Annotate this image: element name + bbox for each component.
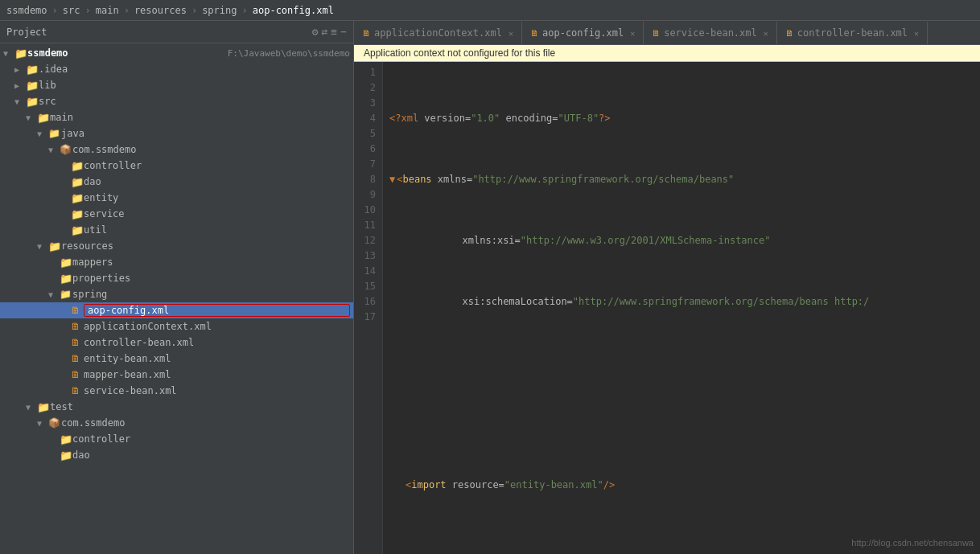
xml-icon: 🗎 xyxy=(362,28,371,39)
tree-aop-config-xml[interactable]: ▶ 🗎 aop-config.xml xyxy=(0,302,353,318)
tab-service-bean[interactable]: 🗎 service-bean.xml ✕ xyxy=(644,22,777,44)
tree-entity[interactable]: ▶ 📁 entity xyxy=(0,190,353,206)
folder-icon: 📁 xyxy=(48,240,61,252)
collapse-icon[interactable]: − xyxy=(340,26,347,38)
tree-lib[interactable]: ▶ 📁 lib xyxy=(0,77,353,93)
tab-label: applicationContext.xml xyxy=(374,27,502,39)
breadcrumb-resources[interactable]: resources xyxy=(134,5,187,16)
breadcrumb-ssmdemo[interactable]: ssmdemo xyxy=(6,5,47,16)
line-numbers: 1 2 3 4 5 6 7 8 9 10 11 12 13 14 15 16 1… xyxy=(354,62,383,554)
tab-label: controller-bean.xml xyxy=(797,27,908,39)
tree-controller-bean-xml[interactable]: ▶ 🗎 controller-bean.xml xyxy=(0,334,353,351)
tree-com-ssmdemo-test[interactable]: ▼ 📦 com.ssmdemo xyxy=(0,415,353,431)
xml-file-icon: 🗎 xyxy=(71,369,84,380)
tab-label: aop-config.xml xyxy=(542,27,624,39)
tree-com-ssmdemo[interactable]: ▼ 📦 com.ssmdemo xyxy=(0,142,353,158)
tree-label: mappers xyxy=(72,256,350,268)
tree-service[interactable]: ▶ 📁 service xyxy=(0,206,353,222)
tabs-bar: 🗎 applicationContext.xml ✕ 🗎 aop-config.… xyxy=(354,21,980,45)
tab-controller-bean[interactable]: 🗎 controller-bean.xml ✕ xyxy=(777,22,928,44)
folder-icon: 📁 xyxy=(60,273,72,285)
tree-idea[interactable]: ▶ 📁 .idea xyxy=(0,61,353,77)
breadcrumb-spring[interactable]: spring xyxy=(202,5,237,16)
close-tab-button[interactable]: ✕ xyxy=(509,29,513,38)
folder-icon: 📁 xyxy=(14,47,27,60)
tree-dao[interactable]: ▶ 📁 dao xyxy=(0,174,353,190)
package-icon: 📦 xyxy=(48,417,61,429)
tree-label: java xyxy=(61,128,350,139)
tab-label: service-bean.xml xyxy=(664,27,757,39)
watermark: http://blog.csdn.net/chensanwa xyxy=(851,538,974,548)
tree-util[interactable]: ▶ 📁 util xyxy=(0,222,353,238)
tree-resources[interactable]: ▼ 📁 resources xyxy=(0,238,353,254)
breadcrumb: ssmdemo › src › main › resources › sprin… xyxy=(0,0,980,21)
tree-label: mapper-bean.xml xyxy=(84,369,350,380)
folder-icon: 📁 xyxy=(71,192,84,204)
tree-properties[interactable]: ▶ 📁 properties xyxy=(0,270,353,286)
tree-label: util xyxy=(84,224,350,236)
tab-applicationcontext[interactable]: 🗎 applicationContext.xml ✕ xyxy=(354,22,522,44)
tree-label: applicationContext.xml xyxy=(84,321,350,332)
package-icon: 📦 xyxy=(60,144,72,155)
folder-icon: 📁 xyxy=(37,112,50,124)
tree-label: entity xyxy=(84,192,350,203)
xml-file-icon: 🗎 xyxy=(71,305,84,316)
arrow-icon: ▼ xyxy=(37,419,48,428)
sync-icon[interactable]: ⇄ xyxy=(322,26,328,38)
tree-dao-test[interactable]: ▶ 📁 dao xyxy=(0,447,353,463)
tree-label: controller xyxy=(72,433,350,445)
project-panel: Project ⚙ ⇄ ≡ − ▼ 📁 ssmdemo F:\Javaweb\d… xyxy=(0,21,354,554)
code-line-7: <import resource="entity-bean.xml"/> xyxy=(389,478,974,493)
tree-label: service-bean.xml xyxy=(84,385,350,396)
arrow-icon: ▼ xyxy=(3,49,14,58)
tree-ssmdemo-root[interactable]: ▼ 📁 ssmdemo F:\Javaweb\demo\ssmdemo xyxy=(0,45,353,61)
code-line-5 xyxy=(389,355,974,371)
tree-java[interactable]: ▼ 📁 java xyxy=(0,125,353,142)
project-tree: ▼ 📁 ssmdemo F:\Javaweb\demo\ssmdemo ▶ 📁 … xyxy=(0,43,353,554)
tree-service-bean-xml[interactable]: ▶ 🗎 service-bean.xml xyxy=(0,383,353,399)
arrow-icon: ▼ xyxy=(48,290,60,299)
tree-label: ssmdemo xyxy=(27,47,223,59)
tree-entity-bean-xml[interactable]: ▶ 🗎 entity-bean.xml xyxy=(0,351,353,367)
tree-src[interactable]: ▼ 📁 src xyxy=(0,93,353,109)
xml-file-icon: 🗎 xyxy=(71,337,84,348)
code-content[interactable]: <?xml version="1.0" encoding="UTF-8"?> ▼… xyxy=(383,62,980,554)
tree-label: com.ssmdemo xyxy=(61,417,350,429)
xml-file-icon: 🗎 xyxy=(71,321,84,332)
close-tab-button[interactable]: ✕ xyxy=(764,29,768,38)
tree-mappers[interactable]: ▶ 📁 mappers xyxy=(0,254,353,270)
arrow-icon: ▼ xyxy=(48,146,60,154)
gear-icon[interactable]: ≡ xyxy=(331,26,337,38)
settings-icon[interactable]: ⚙ xyxy=(312,26,319,38)
project-panel-title: Project xyxy=(6,27,307,38)
folder-icon: 📁 xyxy=(60,449,72,462)
xml-file-icon: 🗎 xyxy=(71,353,84,364)
folder-icon: 📁 xyxy=(71,176,84,188)
folder-icon: 📁 xyxy=(26,80,39,92)
spring-folder-icon: 📁 xyxy=(60,289,72,300)
folder-icon: 📁 xyxy=(71,160,84,172)
close-tab-button[interactable]: ✕ xyxy=(914,29,919,38)
close-tab-button[interactable]: ✕ xyxy=(630,29,635,38)
tree-applicationcontext-xml[interactable]: ▶ 🗎 applicationContext.xml xyxy=(0,318,353,334)
folder-icon: 📁 xyxy=(37,401,50,413)
tree-main[interactable]: ▼ 📁 main xyxy=(0,109,353,125)
tree-test[interactable]: ▼ 📁 test xyxy=(0,399,353,415)
tree-spring[interactable]: ▼ 📁 spring xyxy=(0,286,353,302)
warning-banner: Application context not configured for t… xyxy=(354,45,980,62)
code-editor[interactable]: 1 2 3 4 5 6 7 8 9 10 11 12 13 14 15 16 1… xyxy=(354,62,980,554)
tree-label: controller xyxy=(84,160,350,171)
tree-mapper-bean-xml[interactable]: ▶ 🗎 mapper-bean.xml xyxy=(0,367,353,383)
tree-controller-test[interactable]: ▶ 📁 controller xyxy=(0,431,353,447)
tab-aop-config[interactable]: 🗎 aop-config.xml ✕ xyxy=(522,22,644,44)
tree-controller[interactable]: ▶ 📁 controller xyxy=(0,158,353,174)
arrow-icon: ▼ xyxy=(37,129,48,138)
breadcrumb-main[interactable]: main xyxy=(96,5,119,16)
xml-icon: 🗎 xyxy=(652,28,661,39)
tree-label: com.ssmdemo xyxy=(72,144,350,155)
arrow-icon: ▼ xyxy=(26,403,37,412)
tree-label: dao xyxy=(72,449,350,461)
tree-label: dao xyxy=(84,176,350,187)
tree-label: controller-bean.xml xyxy=(84,337,350,348)
breadcrumb-src[interactable]: src xyxy=(63,5,80,16)
